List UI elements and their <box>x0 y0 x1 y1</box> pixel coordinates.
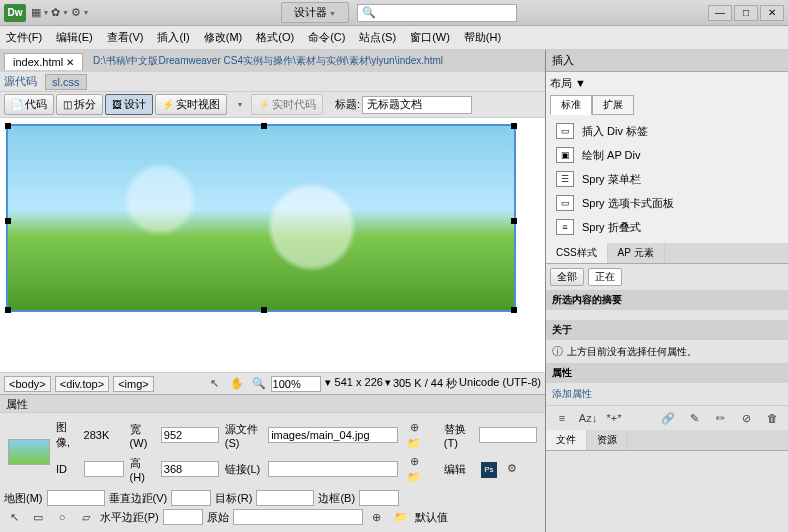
add-attribute-link[interactable]: 添加属性 <box>552 388 592 399</box>
design-canvas[interactable] <box>0 118 545 372</box>
insert-panel-tab[interactable]: 插入 <box>546 50 788 72</box>
about-message: 上方目前没有选择任何属性。 <box>567 345 697 359</box>
disable-icon[interactable]: ⊘ <box>738 410 754 426</box>
assets-tab[interactable]: 资源 <box>587 430 628 450</box>
ps-edit-icon[interactable]: Ps <box>481 462 497 478</box>
live-view-options[interactable] <box>231 97 247 113</box>
menu-site[interactable]: 站点(S) <box>359 30 396 45</box>
tag-body[interactable]: <body> <box>4 376 51 392</box>
category-icon[interactable]: *+* <box>606 410 622 426</box>
tag-img[interactable]: <img> <box>113 376 154 392</box>
target-input[interactable] <box>256 490 314 506</box>
src-input[interactable] <box>268 427 398 443</box>
alt-input[interactable] <box>479 427 537 443</box>
draw-ap-div[interactable]: ▣绘制 AP Div <box>550 143 784 167</box>
insert-div-tag[interactable]: ▭插入 Div 标签 <box>550 119 784 143</box>
info-icon: ⓘ <box>552 344 563 359</box>
code-view-button[interactable]: 📄代码 <box>4 94 54 115</box>
canvas-dimensions: 541 x 226 <box>335 376 383 392</box>
poly-hotspot-icon[interactable]: ▱ <box>78 509 94 525</box>
delete-rule-icon[interactable]: 🗑 <box>764 410 780 426</box>
source-code-tab[interactable]: 源代码 <box>4 74 37 89</box>
image-type-label: 图像, <box>54 419 80 451</box>
hand-tool-icon[interactable]: ✋ <box>229 376 245 392</box>
title-input[interactable] <box>362 96 472 114</box>
menu-help[interactable]: 帮助(H) <box>464 30 501 45</box>
original-input[interactable] <box>233 509 363 525</box>
live-view-button[interactable]: ⚡实时视图 <box>155 94 227 115</box>
pointer-icon[interactable]: ↖ <box>6 509 22 525</box>
zoom-select[interactable] <box>271 376 321 392</box>
search-input[interactable]: 🔍 <box>357 4 517 22</box>
css-current-button[interactable]: 正在 <box>588 268 622 286</box>
css-all-button[interactable]: 全部 <box>550 268 584 286</box>
design-view-button[interactable]: 🖼设计 <box>105 94 153 115</box>
menu-commands[interactable]: 命令(C) <box>308 30 345 45</box>
link-browse-icon[interactable]: 📁 <box>406 469 422 485</box>
cascade-icon[interactable]: ≡ <box>554 410 570 426</box>
layout-menu-icon[interactable]: ▦ <box>32 5 48 21</box>
menu-edit[interactable]: 编辑(E) <box>56 30 93 45</box>
target-label: 目标(R) <box>215 491 252 506</box>
ap-elements-tab[interactable]: AP 元素 <box>608 243 665 263</box>
spry-accordion[interactable]: ≡Spry 折叠式 <box>550 215 784 239</box>
edit-label: 编辑 <box>442 453 475 485</box>
tag-div[interactable]: <div.top> <box>55 376 109 392</box>
orig-browse-icon[interactable]: 📁 <box>393 509 409 525</box>
spry-tabbed[interactable]: ▭Spry 选项卡式面板 <box>550 191 784 215</box>
point-to-file-icon[interactable]: ⊕ <box>406 419 422 435</box>
id-input[interactable] <box>84 461 124 477</box>
css-file-tab[interactable]: sl.css <box>45 74 87 90</box>
orig-point-icon[interactable]: ⊕ <box>369 509 385 525</box>
settings-icon[interactable]: ⚙ <box>504 461 520 477</box>
border-input[interactable] <box>359 490 399 506</box>
height-input[interactable] <box>161 461 219 477</box>
src-label: 源文件(S) <box>223 419 264 451</box>
layout-category[interactable]: 布局 <box>550 77 572 89</box>
minimize-button[interactable]: — <box>708 5 732 21</box>
link-input[interactable] <box>268 461 398 477</box>
attach-css-icon[interactable]: 🔗 <box>660 410 676 426</box>
oval-hotspot-icon[interactable]: ○ <box>54 509 70 525</box>
map-label: 地图(M) <box>4 491 43 506</box>
menu-file[interactable]: 文件(F) <box>6 30 42 45</box>
hspace-input[interactable] <box>163 509 203 525</box>
az-sort-icon[interactable]: Az↓ <box>580 410 596 426</box>
live-code-button: ⚡实时代码 <box>251 94 323 115</box>
close-button[interactable]: ✕ <box>760 5 784 21</box>
about-header: 关于 <box>546 320 788 340</box>
workspace-switcher[interactable]: 设计器 <box>281 2 349 23</box>
menu-format[interactable]: 格式(O) <box>256 30 294 45</box>
menu-view[interactable]: 查看(V) <box>107 30 144 45</box>
link-point-icon[interactable]: ⊕ <box>406 453 422 469</box>
site-menu-icon[interactable]: ⚙ <box>72 5 88 21</box>
menu-insert[interactable]: 插入(I) <box>157 30 189 45</box>
pointer-tool-icon[interactable]: ↖ <box>207 376 223 392</box>
border-label: 边框(B) <box>318 491 355 506</box>
zoom-tool-icon[interactable]: 🔍 <box>251 376 267 392</box>
browse-icon[interactable]: 📁 <box>406 435 422 451</box>
maximize-button[interactable]: □ <box>734 5 758 21</box>
extend-menu-icon[interactable]: ✿ <box>52 5 68 21</box>
image-size: 283K <box>82 419 126 451</box>
new-rule-icon[interactable]: ✎ <box>686 410 702 426</box>
selected-image[interactable] <box>6 124 516 312</box>
split-view-button[interactable]: ◫拆分 <box>56 94 103 115</box>
map-input[interactable] <box>47 490 105 506</box>
document-tab[interactable]: index.html ✕ <box>4 53 83 70</box>
standard-mode[interactable]: 标准 <box>550 95 592 115</box>
summary-header: 所选内容的摘要 <box>546 290 788 310</box>
rect-hotspot-icon[interactable]: ▭ <box>30 509 46 525</box>
encoding: Unicode (UTF-8) <box>459 376 541 392</box>
width-input[interactable] <box>161 427 219 443</box>
properties-header[interactable]: 属性 <box>0 395 545 413</box>
expanded-mode[interactable]: 扩展 <box>592 95 634 115</box>
spry-menubar[interactable]: ☰Spry 菜单栏 <box>550 167 784 191</box>
edit-rule-icon[interactable]: ✏ <box>712 410 728 426</box>
vspace-input[interactable] <box>171 490 211 506</box>
menu-modify[interactable]: 修改(M) <box>204 30 243 45</box>
app-logo: Dw <box>4 4 26 22</box>
files-tab[interactable]: 文件 <box>546 430 587 450</box>
menu-window[interactable]: 窗口(W) <box>410 30 450 45</box>
css-styles-tab[interactable]: CSS样式 <box>546 243 608 263</box>
